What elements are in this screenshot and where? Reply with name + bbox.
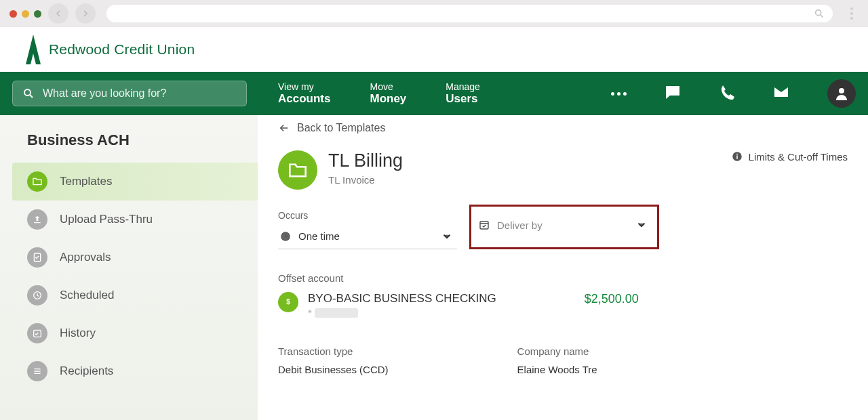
folder-icon — [278, 150, 317, 190]
nav-accounts[interactable]: View my Accounts — [278, 81, 330, 106]
back-nav-button[interactable] — [48, 3, 68, 24]
company-name-value: Elaine Woods Tre — [517, 364, 597, 375]
back-to-templates[interactable]: Back to Templates — [278, 122, 385, 134]
transaction-type-value: Debit Businesses (CCD) — [278, 364, 389, 375]
logo-bar: Redwood Credit Union — [0, 27, 868, 72]
more-menu-icon[interactable] — [611, 92, 627, 96]
sidebar: Business ACH Templates Upload Pass-Thru … — [0, 115, 258, 420]
info-icon — [731, 150, 743, 163]
mail-icon[interactable] — [773, 84, 789, 103]
deliver-by-field-highlight: Deliver by — [469, 205, 659, 249]
svg-text:$: $ — [286, 298, 290, 306]
offset-account-row: $ BYO-BASIC BUSINESS CHECKING * $2,500.0… — [278, 292, 848, 318]
messages-icon[interactable] — [665, 84, 681, 103]
nav-icons — [611, 79, 856, 108]
chevron-down-icon — [441, 230, 453, 243]
upload-icon — [27, 209, 47, 230]
window-controls — [9, 10, 41, 18]
address-bar[interactable] — [106, 5, 833, 22]
sidebar-item-scheduled[interactable]: Scheduled — [12, 276, 258, 314]
company-name-label: Company name — [517, 345, 597, 357]
redwood-tree-icon — [24, 33, 42, 66]
clipboard-check-icon — [27, 247, 47, 268]
offset-amount: $2,500.00 — [585, 292, 639, 306]
nav-users[interactable]: Manage Users — [446, 81, 480, 106]
masked-digits — [315, 308, 358, 318]
site-search[interactable] — [12, 81, 247, 106]
svg-point-1 — [24, 89, 31, 96]
page-subtitle: TL Invoice — [328, 174, 403, 186]
brand-logo[interactable]: Redwood Credit Union — [24, 33, 195, 66]
search-icon — [814, 8, 825, 19]
offset-account-label: Offset account — [278, 272, 848, 284]
main-content: Back to Templates TL Billing TL Invoice … — [258, 115, 868, 420]
svg-point-0 — [816, 10, 821, 16]
svg-rect-10 — [480, 222, 488, 229]
primary-nav: View my Accounts Move Money Manage Users — [0, 72, 868, 115]
sidebar-item-history[interactable]: History — [12, 314, 258, 352]
dollar-icon: $ — [278, 292, 298, 312]
nav-money[interactable]: Move Money — [370, 81, 406, 106]
browser-chrome — [0, 0, 868, 27]
close-window[interactable] — [9, 10, 17, 18]
occurs-value: One time — [298, 230, 340, 242]
browser-menu[interactable] — [845, 7, 859, 20]
deliver-by-field[interactable]: Deliver by — [477, 212, 652, 238]
limits-cutoff-link[interactable]: Limits & Cut-off Times — [731, 150, 848, 163]
deliver-by-placeholder: Deliver by — [497, 219, 542, 231]
profile-avatar[interactable] — [827, 79, 856, 108]
sidebar-item-templates[interactable]: Templates — [12, 163, 258, 201]
sidebar-item-upload[interactable]: Upload Pass-Thru — [12, 201, 258, 238]
chevron-down-icon — [635, 219, 648, 231]
sidebar-item-approvals[interactable]: Approvals — [12, 238, 258, 276]
minimize-window[interactable] — [22, 10, 29, 18]
svg-rect-7 — [736, 156, 738, 159]
folder-icon — [27, 171, 47, 192]
arrow-left-icon — [278, 122, 290, 134]
sidebar-item-recipients[interactable]: Recipients — [12, 352, 258, 390]
maximize-window[interactable] — [34, 10, 41, 18]
list-icon — [27, 361, 47, 381]
svg-point-2 — [839, 88, 844, 93]
page-title: TL Billing — [328, 150, 403, 171]
clock-icon — [27, 285, 47, 306]
occurs-field[interactable]: Occurs One time — [278, 210, 457, 249]
calendar-check-icon — [27, 323, 47, 343]
brand-name: Redwood Credit Union — [49, 41, 195, 58]
transaction-type-label: Transaction type — [278, 345, 389, 357]
svg-point-8 — [736, 154, 738, 155]
phone-icon[interactable] — [719, 84, 735, 103]
search-input[interactable] — [43, 87, 237, 100]
calendar-icon — [478, 219, 490, 231]
clock-icon — [279, 230, 292, 243]
offset-account-masked: * — [308, 307, 496, 318]
search-icon — [22, 87, 35, 100]
forward-nav-button[interactable] — [75, 3, 96, 24]
nav-menu: View my Accounts Move Money Manage Users — [278, 81, 480, 106]
offset-account-name: BYO-BASIC BUSINESS CHECKING — [308, 292, 496, 306]
sidebar-title: Business ACH — [0, 127, 258, 163]
